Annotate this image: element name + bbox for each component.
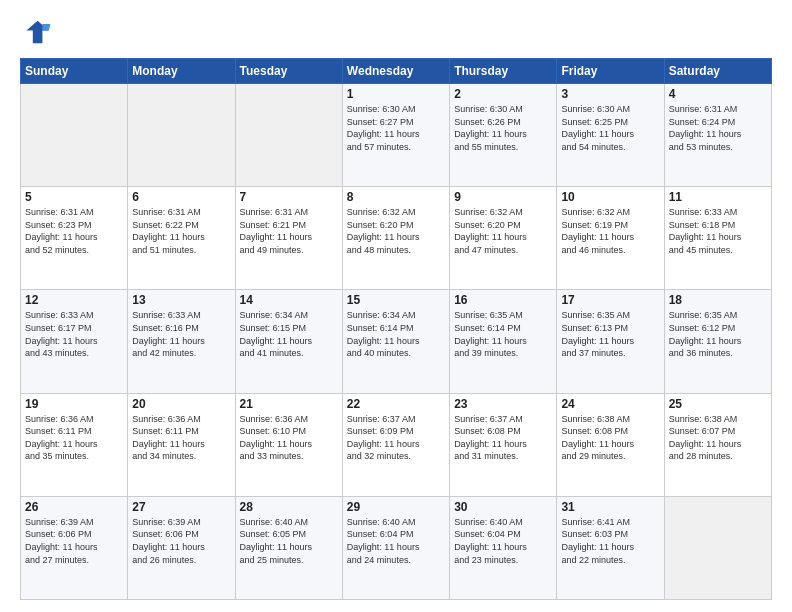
cell-info: Sunrise: 6:35 AM Sunset: 6:12 PM Dayligh… bbox=[669, 309, 767, 359]
day-number: 6 bbox=[132, 190, 230, 204]
cell-info: Sunrise: 6:40 AM Sunset: 6:05 PM Dayligh… bbox=[240, 516, 338, 566]
calendar-week-3: 12Sunrise: 6:33 AM Sunset: 6:17 PM Dayli… bbox=[21, 290, 772, 393]
logo bbox=[20, 16, 56, 48]
cell-info: Sunrise: 6:34 AM Sunset: 6:14 PM Dayligh… bbox=[347, 309, 445, 359]
cell-info: Sunrise: 6:40 AM Sunset: 6:04 PM Dayligh… bbox=[454, 516, 552, 566]
cell-info: Sunrise: 6:33 AM Sunset: 6:18 PM Dayligh… bbox=[669, 206, 767, 256]
calendar-cell: 12Sunrise: 6:33 AM Sunset: 6:17 PM Dayli… bbox=[21, 290, 128, 393]
day-number: 1 bbox=[347, 87, 445, 101]
calendar-cell: 24Sunrise: 6:38 AM Sunset: 6:08 PM Dayli… bbox=[557, 393, 664, 496]
calendar-cell: 26Sunrise: 6:39 AM Sunset: 6:06 PM Dayli… bbox=[21, 496, 128, 599]
calendar-cell bbox=[128, 84, 235, 187]
calendar-cell bbox=[235, 84, 342, 187]
day-number: 18 bbox=[669, 293, 767, 307]
day-number: 31 bbox=[561, 500, 659, 514]
calendar-cell: 27Sunrise: 6:39 AM Sunset: 6:06 PM Dayli… bbox=[128, 496, 235, 599]
calendar-cell: 3Sunrise: 6:30 AM Sunset: 6:25 PM Daylig… bbox=[557, 84, 664, 187]
cell-info: Sunrise: 6:36 AM Sunset: 6:11 PM Dayligh… bbox=[25, 413, 123, 463]
cell-info: Sunrise: 6:39 AM Sunset: 6:06 PM Dayligh… bbox=[25, 516, 123, 566]
day-number: 8 bbox=[347, 190, 445, 204]
logo-icon bbox=[20, 16, 52, 48]
day-number: 21 bbox=[240, 397, 338, 411]
cell-info: Sunrise: 6:39 AM Sunset: 6:06 PM Dayligh… bbox=[132, 516, 230, 566]
calendar-cell: 11Sunrise: 6:33 AM Sunset: 6:18 PM Dayli… bbox=[664, 187, 771, 290]
cell-info: Sunrise: 6:32 AM Sunset: 6:20 PM Dayligh… bbox=[454, 206, 552, 256]
calendar-cell: 10Sunrise: 6:32 AM Sunset: 6:19 PM Dayli… bbox=[557, 187, 664, 290]
calendar-cell: 13Sunrise: 6:33 AM Sunset: 6:16 PM Dayli… bbox=[128, 290, 235, 393]
weekday-header-sunday: Sunday bbox=[21, 59, 128, 84]
cell-info: Sunrise: 6:36 AM Sunset: 6:11 PM Dayligh… bbox=[132, 413, 230, 463]
cell-info: Sunrise: 6:32 AM Sunset: 6:19 PM Dayligh… bbox=[561, 206, 659, 256]
cell-info: Sunrise: 6:31 AM Sunset: 6:24 PM Dayligh… bbox=[669, 103, 767, 153]
weekday-header-wednesday: Wednesday bbox=[342, 59, 449, 84]
calendar-cell: 19Sunrise: 6:36 AM Sunset: 6:11 PM Dayli… bbox=[21, 393, 128, 496]
cell-info: Sunrise: 6:31 AM Sunset: 6:21 PM Dayligh… bbox=[240, 206, 338, 256]
day-number: 23 bbox=[454, 397, 552, 411]
cell-info: Sunrise: 6:34 AM Sunset: 6:15 PM Dayligh… bbox=[240, 309, 338, 359]
day-number: 19 bbox=[25, 397, 123, 411]
cell-info: Sunrise: 6:32 AM Sunset: 6:20 PM Dayligh… bbox=[347, 206, 445, 256]
calendar-cell: 1Sunrise: 6:30 AM Sunset: 6:27 PM Daylig… bbox=[342, 84, 449, 187]
calendar-body: 1Sunrise: 6:30 AM Sunset: 6:27 PM Daylig… bbox=[21, 84, 772, 600]
calendar-cell: 8Sunrise: 6:32 AM Sunset: 6:20 PM Daylig… bbox=[342, 187, 449, 290]
calendar-week-1: 1Sunrise: 6:30 AM Sunset: 6:27 PM Daylig… bbox=[21, 84, 772, 187]
calendar-cell: 2Sunrise: 6:30 AM Sunset: 6:26 PM Daylig… bbox=[450, 84, 557, 187]
day-number: 5 bbox=[25, 190, 123, 204]
calendar-cell bbox=[664, 496, 771, 599]
calendar-cell: 9Sunrise: 6:32 AM Sunset: 6:20 PM Daylig… bbox=[450, 187, 557, 290]
day-number: 10 bbox=[561, 190, 659, 204]
calendar-cell: 20Sunrise: 6:36 AM Sunset: 6:11 PM Dayli… bbox=[128, 393, 235, 496]
calendar-table: SundayMondayTuesdayWednesdayThursdayFrid… bbox=[20, 58, 772, 600]
cell-info: Sunrise: 6:38 AM Sunset: 6:08 PM Dayligh… bbox=[561, 413, 659, 463]
calendar-cell: 14Sunrise: 6:34 AM Sunset: 6:15 PM Dayli… bbox=[235, 290, 342, 393]
day-number: 26 bbox=[25, 500, 123, 514]
cell-info: Sunrise: 6:41 AM Sunset: 6:03 PM Dayligh… bbox=[561, 516, 659, 566]
calendar-cell: 5Sunrise: 6:31 AM Sunset: 6:23 PM Daylig… bbox=[21, 187, 128, 290]
calendar-week-2: 5Sunrise: 6:31 AM Sunset: 6:23 PM Daylig… bbox=[21, 187, 772, 290]
calendar-cell: 15Sunrise: 6:34 AM Sunset: 6:14 PM Dayli… bbox=[342, 290, 449, 393]
day-number: 7 bbox=[240, 190, 338, 204]
day-number: 28 bbox=[240, 500, 338, 514]
day-number: 4 bbox=[669, 87, 767, 101]
day-number: 13 bbox=[132, 293, 230, 307]
calendar-cell: 31Sunrise: 6:41 AM Sunset: 6:03 PM Dayli… bbox=[557, 496, 664, 599]
cell-info: Sunrise: 6:31 AM Sunset: 6:23 PM Dayligh… bbox=[25, 206, 123, 256]
weekday-header-monday: Monday bbox=[128, 59, 235, 84]
calendar-cell: 23Sunrise: 6:37 AM Sunset: 6:08 PM Dayli… bbox=[450, 393, 557, 496]
day-number: 22 bbox=[347, 397, 445, 411]
cell-info: Sunrise: 6:36 AM Sunset: 6:10 PM Dayligh… bbox=[240, 413, 338, 463]
day-number: 11 bbox=[669, 190, 767, 204]
calendar-cell: 16Sunrise: 6:35 AM Sunset: 6:14 PM Dayli… bbox=[450, 290, 557, 393]
cell-info: Sunrise: 6:30 AM Sunset: 6:25 PM Dayligh… bbox=[561, 103, 659, 153]
header bbox=[20, 16, 772, 48]
day-number: 3 bbox=[561, 87, 659, 101]
cell-info: Sunrise: 6:30 AM Sunset: 6:27 PM Dayligh… bbox=[347, 103, 445, 153]
day-number: 20 bbox=[132, 397, 230, 411]
calendar-cell: 17Sunrise: 6:35 AM Sunset: 6:13 PM Dayli… bbox=[557, 290, 664, 393]
day-number: 29 bbox=[347, 500, 445, 514]
calendar-cell: 6Sunrise: 6:31 AM Sunset: 6:22 PM Daylig… bbox=[128, 187, 235, 290]
day-number: 15 bbox=[347, 293, 445, 307]
cell-info: Sunrise: 6:40 AM Sunset: 6:04 PM Dayligh… bbox=[347, 516, 445, 566]
calendar-header: SundayMondayTuesdayWednesdayThursdayFrid… bbox=[21, 59, 772, 84]
calendar-cell: 4Sunrise: 6:31 AM Sunset: 6:24 PM Daylig… bbox=[664, 84, 771, 187]
day-number: 24 bbox=[561, 397, 659, 411]
calendar-cell: 25Sunrise: 6:38 AM Sunset: 6:07 PM Dayli… bbox=[664, 393, 771, 496]
calendar-cell: 22Sunrise: 6:37 AM Sunset: 6:09 PM Dayli… bbox=[342, 393, 449, 496]
cell-info: Sunrise: 6:35 AM Sunset: 6:13 PM Dayligh… bbox=[561, 309, 659, 359]
calendar-cell: 30Sunrise: 6:40 AM Sunset: 6:04 PM Dayli… bbox=[450, 496, 557, 599]
day-number: 17 bbox=[561, 293, 659, 307]
day-number: 12 bbox=[25, 293, 123, 307]
calendar-cell: 18Sunrise: 6:35 AM Sunset: 6:12 PM Dayli… bbox=[664, 290, 771, 393]
calendar-week-5: 26Sunrise: 6:39 AM Sunset: 6:06 PM Dayli… bbox=[21, 496, 772, 599]
day-number: 25 bbox=[669, 397, 767, 411]
calendar-cell: 28Sunrise: 6:40 AM Sunset: 6:05 PM Dayli… bbox=[235, 496, 342, 599]
day-number: 30 bbox=[454, 500, 552, 514]
day-number: 2 bbox=[454, 87, 552, 101]
calendar-cell: 21Sunrise: 6:36 AM Sunset: 6:10 PM Dayli… bbox=[235, 393, 342, 496]
cell-info: Sunrise: 6:38 AM Sunset: 6:07 PM Dayligh… bbox=[669, 413, 767, 463]
cell-info: Sunrise: 6:30 AM Sunset: 6:26 PM Dayligh… bbox=[454, 103, 552, 153]
cell-info: Sunrise: 6:33 AM Sunset: 6:17 PM Dayligh… bbox=[25, 309, 123, 359]
cell-info: Sunrise: 6:33 AM Sunset: 6:16 PM Dayligh… bbox=[132, 309, 230, 359]
weekday-header-row: SundayMondayTuesdayWednesdayThursdayFrid… bbox=[21, 59, 772, 84]
